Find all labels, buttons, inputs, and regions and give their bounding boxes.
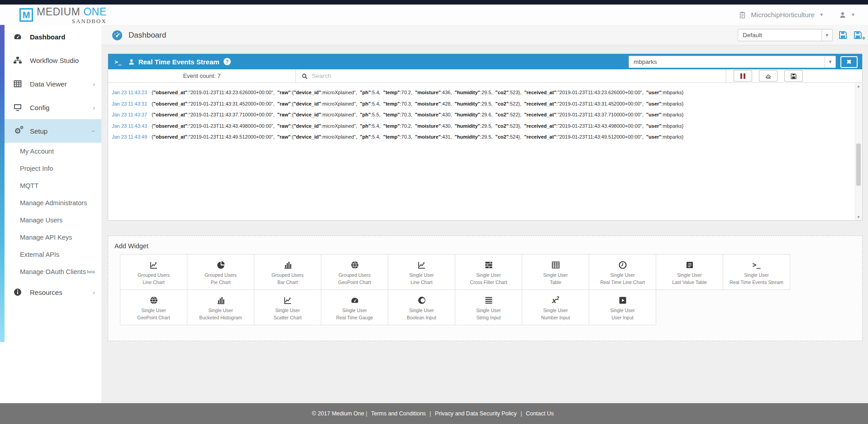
user-filter-value: mbparks bbox=[629, 58, 825, 65]
widget-tile-single-user-cross-filter-chart[interactable]: Single UserCross Filter Chart bbox=[455, 254, 522, 290]
user-menu-icon[interactable] bbox=[839, 11, 846, 19]
line-chart-icon bbox=[283, 294, 293, 307]
scrollbar-thumb[interactable] bbox=[856, 144, 861, 186]
sidebar-item-manage-users[interactable]: Manage Users bbox=[5, 212, 101, 229]
sidebar-item-config[interactable]: Config› bbox=[5, 96, 101, 119]
widget-tile-single-user-line-chart[interactable]: Single UserLine Chart bbox=[388, 254, 455, 290]
widget-tile-single-user-table[interactable]: Single UserTable bbox=[522, 254, 589, 290]
user-caret-icon[interactable]: ▼ bbox=[851, 12, 855, 17]
brand-logo[interactable]: M MEDIUM ONE SANDBOX bbox=[19, 7, 107, 24]
widget-tile-grouped-users-bar-chart[interactable]: Grouped UsersBar Chart bbox=[254, 254, 321, 290]
line-chart-icon bbox=[417, 259, 427, 271]
event-log: Jan 23 11:43:23{"observed_at":"2019-01-2… bbox=[108, 83, 862, 143]
widget-tile-single-user-number-input[interactable]: x2Single UserNumber Input bbox=[522, 289, 589, 325]
sidebar-item-manage-api-keys[interactable]: Manage API Keys bbox=[5, 229, 101, 246]
table-icon bbox=[551, 259, 561, 271]
widget-tile-single-user-real-time-line-chart[interactable]: Single UserReal Time Line Chart bbox=[589, 254, 656, 290]
widget-tile-single-user-boolean-input[interactable]: Single UserBoolean Input bbox=[388, 289, 455, 325]
scroll-up-icon[interactable]: ▲ bbox=[855, 84, 862, 88]
sidebar-item-data-viewer[interactable]: Data Viewer› bbox=[5, 72, 101, 96]
dashboard-view-select[interactable]: Default ▼ bbox=[738, 29, 833, 41]
sidebar-item-manage-oauth-clients[interactable]: Manage OAuth Clientsbeta bbox=[5, 263, 101, 280]
footer-link-contact-us[interactable]: Contact Us bbox=[526, 410, 554, 417]
project-switcher[interactable]: MicrochipHorticulture bbox=[751, 11, 815, 19]
sidebar-item-manage-administrators[interactable]: Manage Administrators bbox=[5, 194, 101, 212]
clock-icon bbox=[618, 259, 628, 271]
tile-widget-type: Real Time Events Stream bbox=[730, 279, 783, 286]
stream-body: Jan 23 11:43:23{"observed_at":"2019-01-2… bbox=[108, 83, 862, 221]
tile-user-type: Single User bbox=[342, 307, 367, 314]
close-widget-button[interactable]: ✖ bbox=[840, 56, 858, 68]
sidebar-item-external-apis[interactable]: External APIs bbox=[5, 246, 101, 263]
clear-stream-button[interactable] bbox=[759, 70, 777, 82]
tile-user-type: Grouped Users bbox=[272, 271, 304, 279]
search-input[interactable] bbox=[312, 72, 726, 79]
tile-widget-type: Line Chart bbox=[410, 279, 432, 286]
tile-user-type: Single User bbox=[543, 307, 568, 314]
widget-tile-single-user-scatter-chart[interactable]: Single UserScatter Chart bbox=[254, 289, 321, 325]
sidebar-item-label: Manage Users bbox=[20, 217, 62, 224]
footer-link-privacy-and-data-security-policy[interactable]: Privacy and Data Security Policy bbox=[435, 410, 517, 417]
pause-stream-button[interactable] bbox=[734, 70, 752, 82]
beta-badge: beta bbox=[87, 270, 95, 274]
chevron-down-icon[interactable]: ▼ bbox=[821, 29, 832, 41]
event-count-label: Event count: 7 bbox=[108, 69, 296, 82]
sidebar-item-dashboard[interactable]: Dashboard bbox=[5, 25, 101, 48]
tile-widget-type: Real Time Gauge bbox=[336, 314, 373, 321]
project-caret-icon[interactable]: ▼ bbox=[819, 12, 824, 17]
tile-widget-type: GeoPoint Chart bbox=[338, 279, 371, 286]
page-title: Dashboard bbox=[129, 31, 166, 40]
sidebar-item-label: External APIs bbox=[20, 251, 59, 258]
chevron-down-icon: › bbox=[91, 130, 97, 132]
sidebar-item-resources[interactable]: Resources› bbox=[5, 280, 101, 304]
sidebar-item-my-account[interactable]: My Account bbox=[5, 143, 101, 160]
bar-chart-icon bbox=[216, 294, 226, 307]
event-log-line: Jan 23 11:43:49{"observed_at":"2019-01-2… bbox=[112, 131, 850, 143]
stream-scrollbar[interactable]: ▲ ▼ bbox=[855, 83, 862, 220]
widget-tile-single-user-bucketed-histogram[interactable]: Single UserBucketed Histogram bbox=[187, 289, 254, 325]
event-log-line: Jan 23 11:43:31{"observed_at":"2019-01-2… bbox=[112, 98, 850, 110]
desktop-icon bbox=[12, 103, 24, 112]
widget-tile-single-user-geopoint-chart[interactable]: Single UserGeoPoint Chart bbox=[120, 289, 187, 325]
help-icon[interactable]: ? bbox=[224, 58, 231, 65]
tile-user-type: Single User bbox=[409, 271, 434, 279]
search-icon bbox=[301, 72, 308, 79]
tile-widget-type: Table bbox=[550, 279, 561, 286]
sidebar-item-setup[interactable]: ⚙⚙Setup› bbox=[5, 119, 101, 143]
sidebar-item-label: Data Viewer bbox=[30, 80, 67, 88]
x2-icon: x2 bbox=[552, 294, 559, 307]
user-filter-select[interactable]: mbparks ▼ bbox=[629, 56, 836, 68]
save-dashboard-icon[interactable] bbox=[838, 30, 848, 40]
pause-icon bbox=[740, 73, 745, 79]
sidebar-item-workflow-studio[interactable]: Workflow Studio bbox=[5, 48, 101, 72]
bar-chart-icon bbox=[283, 259, 293, 271]
plus-icon: + bbox=[862, 34, 866, 42]
save-dashboard-as-icon[interactable]: + bbox=[853, 30, 863, 40]
gauge-icon bbox=[350, 294, 360, 307]
tile-user-type: Single User bbox=[610, 271, 634, 279]
widget-tile-grouped-users-line-chart[interactable]: Grouped UsersLine Chart bbox=[120, 254, 187, 290]
sidebar-accent-strip bbox=[0, 25, 5, 342]
sidebar-item-label: Workflow Studio bbox=[30, 57, 79, 64]
sidebar-item-mqtt[interactable]: MQTT bbox=[5, 177, 101, 194]
footer: © 2017 Medium One | Terms and Conditions… bbox=[0, 403, 868, 424]
widget-tile-grouped-users-pie-chart[interactable]: Grouped UsersPie Chart bbox=[187, 254, 254, 290]
widget-tile-single-user-real-time-events-stream[interactable]: >_Single UserReal Time Events Stream bbox=[723, 254, 790, 290]
chevron-right-icon: › bbox=[93, 104, 95, 111]
widget-tile-single-user-string-input[interactable]: Single UserString Input bbox=[455, 289, 522, 325]
footer-link-terms-and-conditions[interactable]: Terms and Conditions bbox=[371, 410, 426, 417]
chevron-down-icon[interactable]: ▼ bbox=[825, 56, 835, 67]
widget-tile-single-user-last-value-table[interactable]: Single UserLast Value Table bbox=[656, 254, 723, 290]
widget-tile-grouped-users-geopoint-chart[interactable]: Grouped UsersGeoPoint Chart bbox=[321, 254, 388, 290]
widget-tile-single-user-user-input[interactable]: Single UserUser Input bbox=[589, 289, 656, 325]
tile-user-type: Single User bbox=[208, 307, 233, 314]
sidebar-item-label: Project Info bbox=[20, 165, 53, 172]
widget-tile-single-user-real-time-gauge[interactable]: Single UserReal Time Gauge bbox=[321, 289, 388, 325]
sidebar: DashboardWorkflow StudioData Viewer›Conf… bbox=[0, 25, 101, 403]
save-stream-button[interactable] bbox=[784, 70, 803, 82]
sidebar-item-project-info[interactable]: Project Info bbox=[5, 160, 101, 177]
scroll-down-icon[interactable]: ▼ bbox=[855, 215, 862, 219]
brand-subtitle: SANDBOX bbox=[37, 18, 107, 24]
stream-widget-header[interactable]: >_ Real Time Events Stream ? mbparks ▼ ✖ bbox=[108, 54, 862, 69]
tile-widget-type: Real Time Line Chart bbox=[600, 279, 645, 286]
